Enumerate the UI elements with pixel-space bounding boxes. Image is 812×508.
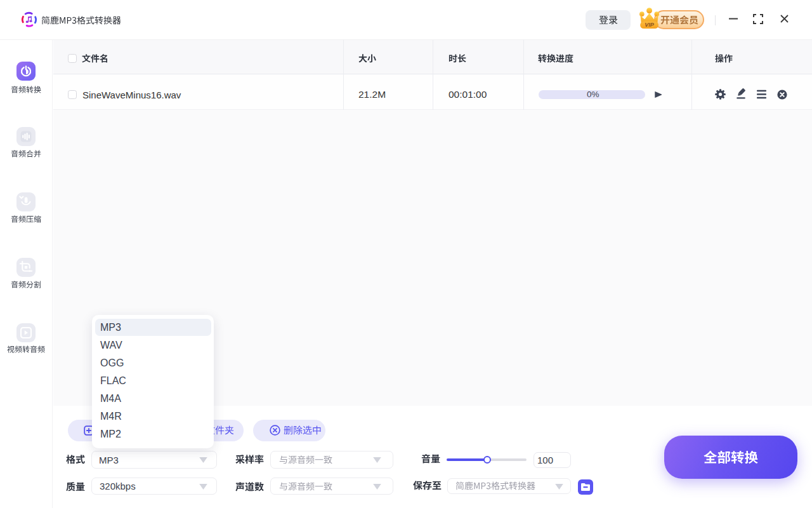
svg-text:VIP: VIP [645,22,655,28]
